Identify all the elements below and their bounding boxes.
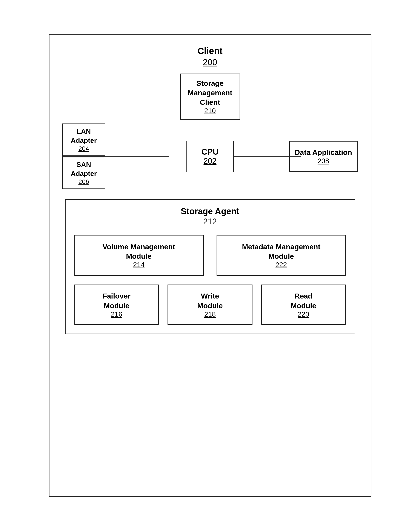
client-number: 200 bbox=[203, 57, 217, 67]
vm-number: 214 bbox=[79, 261, 199, 269]
read-module-box: Read Module 220 bbox=[261, 285, 346, 325]
sa-top-row: Volume Management Module 214 Metadata Ma… bbox=[74, 235, 346, 276]
cpu-label: CPU bbox=[189, 147, 231, 157]
failover-module-box: Failover Module 216 bbox=[74, 285, 159, 325]
data-app-label: Data Application bbox=[292, 148, 355, 157]
client-title: Client bbox=[197, 46, 223, 56]
failover-label: Failover Module bbox=[78, 291, 155, 310]
san-label: SAN Adapter bbox=[65, 160, 103, 178]
lan-label: LAN Adapter bbox=[65, 127, 103, 145]
san-number: 206 bbox=[65, 178, 103, 186]
client-outer-box: Client 200 Storage Management Client 210… bbox=[49, 34, 371, 497]
storage-management-client-box: Storage Management Client 210 bbox=[180, 74, 240, 120]
read-number: 220 bbox=[265, 310, 342, 318]
volume-management-module-box: Volume Management Module 214 bbox=[74, 235, 204, 276]
read-label: Read Module bbox=[265, 291, 342, 310]
write-module-box: Write Module 218 bbox=[167, 285, 253, 325]
mm-number: 222 bbox=[222, 261, 341, 269]
san-adapter-box: SAN Adapter 206 bbox=[62, 157, 105, 189]
write-number: 218 bbox=[171, 310, 249, 318]
left-adapters-group: LAN Adapter 204 SAN Adapter 206 bbox=[62, 123, 105, 189]
cpu-number: 202 bbox=[189, 157, 231, 166]
cpu-box: CPU 202 bbox=[186, 141, 234, 172]
failover-number: 216 bbox=[78, 310, 155, 318]
page: Client 200 Storage Management Client 210… bbox=[27, 18, 393, 513]
smc-number: 210 bbox=[183, 107, 238, 115]
sa-title: Storage Agent bbox=[74, 206, 346, 216]
lan-adapter-box: LAN Adapter 204 bbox=[62, 123, 105, 156]
sa-bottom-row: Failover Module 216 Write Module 218 Rea… bbox=[74, 285, 346, 325]
middle-section: LAN Adapter 204 SAN Adapter 206 CPU 2 bbox=[58, 131, 362, 182]
write-label: Write Module bbox=[171, 291, 249, 310]
line-smc-to-cpu bbox=[210, 120, 210, 131]
sa-number: 212 bbox=[74, 217, 346, 226]
data-app-number: 208 bbox=[292, 157, 355, 165]
data-application-box: Data Application 208 bbox=[289, 141, 358, 172]
line-cpu-to-sa bbox=[210, 182, 210, 199]
vm-label: Volume Management Module bbox=[79, 242, 199, 261]
mm-label: Metadata Management Module bbox=[222, 242, 341, 261]
smc-label: Storage Management Client bbox=[183, 78, 238, 107]
lan-number: 204 bbox=[65, 145, 103, 152]
storage-agent-box: Storage Agent 212 Volume Management Modu… bbox=[65, 199, 355, 334]
metadata-management-module-box: Metadata Management Module 222 bbox=[217, 235, 346, 276]
